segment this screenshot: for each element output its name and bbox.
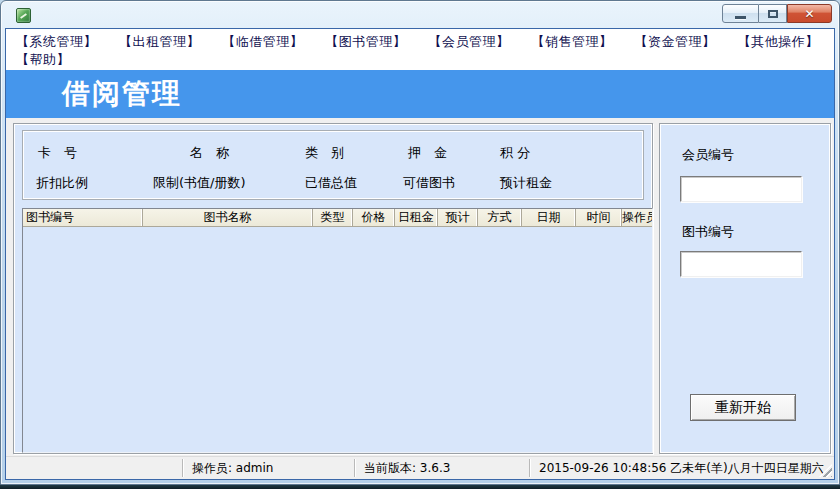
label-limit: 限制(书值/册数) <box>153 174 246 192</box>
col-type[interactable]: 类型 <box>313 209 353 226</box>
caption-buttons: ✕ <box>722 4 832 23</box>
close-icon: ✕ <box>804 7 814 21</box>
green-book-icon <box>16 8 31 23</box>
col-method[interactable]: 方式 <box>478 209 522 226</box>
menu-books[interactable]: 【图书管理】 <box>325 33 406 51</box>
borrow-panel: 卡 号 名 称 类 别 押 金 积 分 折扣比例 限制(书值/册数) 已借总值 … <box>13 123 653 454</box>
menu-temp-borrow[interactable]: 【临借管理】 <box>222 33 303 51</box>
member-id-label: 会员编号 <box>682 146 734 164</box>
col-book-name[interactable]: 图书名称 <box>143 209 313 226</box>
main-area: 卡 号 名 称 类 别 押 金 积 分 折扣比例 限制(书值/册数) 已借总值 … <box>6 118 834 456</box>
col-operator[interactable]: 操作员 <box>622 209 653 226</box>
table-header-row: 图书编号 图书名称 类型 价格 日租金 预计 方式 日期 时间 操作员 <box>23 209 652 227</box>
client-area: 【系统管理】 【出租管理】 【临借管理】 【图书管理】 【会员管理】 【销售管理… <box>5 28 835 480</box>
menu-members[interactable]: 【会员管理】 <box>428 33 509 51</box>
menu-rental[interactable]: 【出租管理】 <box>119 33 200 51</box>
minimize-button[interactable] <box>722 4 759 23</box>
col-time[interactable]: 时间 <box>576 209 622 226</box>
col-daily-rent[interactable]: 日租金 <box>395 209 438 226</box>
borrow-table: 图书编号 图书名称 类型 价格 日租金 预计 方式 日期 时间 操作员 <box>22 208 653 453</box>
status-bar: 操作员: admin 当前版本: 3.6.3 2015-09-26 10:48:… <box>6 456 834 479</box>
maximize-icon <box>768 10 778 18</box>
menu-row-2: 【帮助】 <box>16 50 824 68</box>
status-datetime: 2015-09-26 10:48:56 乙未年(羊)八月十四日星期六 <box>531 457 834 479</box>
col-estimate[interactable]: 预计 <box>438 209 478 226</box>
menu-sales[interactable]: 【销售管理】 <box>531 33 612 51</box>
status-panel-empty <box>6 457 182 479</box>
app-window: ✕ 【系统管理】 【出租管理】 【临借管理】 【图书管理】 【会员管理】 【销售… <box>0 0 840 485</box>
label-name: 名 称 <box>190 144 229 162</box>
label-card-number: 卡 号 <box>38 144 77 162</box>
input-panel: 会员编号 图书编号 重新开始 <box>659 123 831 454</box>
menu-row-1: 【系统管理】 【出租管理】 【临借管理】 【图书管理】 【会员管理】 【销售管理… <box>16 32 824 50</box>
menu-bar: 【系统管理】 【出租管理】 【临借管理】 【图书管理】 【会员管理】 【销售管理… <box>6 29 834 70</box>
maximize-button[interactable] <box>759 4 787 23</box>
member-id-input[interactable] <box>680 176 802 202</box>
menu-other[interactable]: 【其他操作】 <box>738 33 819 51</box>
status-operator: 操作员: admin <box>184 457 354 479</box>
book-id-input[interactable] <box>680 251 802 277</box>
restart-button[interactable]: 重新开始 <box>690 394 796 421</box>
col-price[interactable]: 价格 <box>353 209 395 226</box>
label-discount-ratio: 折扣比例 <box>36 174 88 192</box>
col-date[interactable]: 日期 <box>522 209 576 226</box>
menu-system[interactable]: 【系统管理】 <box>16 33 97 51</box>
member-info-box: 卡 号 名 称 类 别 押 金 积 分 折扣比例 限制(书值/册数) 已借总值 … <box>22 130 644 200</box>
col-book-id[interactable]: 图书编号 <box>23 209 143 226</box>
minimize-icon <box>735 16 746 19</box>
title-bar[interactable]: ✕ <box>1 1 839 28</box>
label-borrowable-books: 可借图书 <box>403 174 455 192</box>
status-version: 当前版本: 3.6.3 <box>356 457 529 479</box>
label-estimated-rent: 预计租金 <box>500 174 552 192</box>
close-button[interactable]: ✕ <box>787 4 832 23</box>
page-banner: 借阅管理 <box>6 70 834 118</box>
label-points: 积 分 <box>500 144 530 162</box>
book-id-label: 图书编号 <box>682 223 734 241</box>
menu-help[interactable]: 【帮助】 <box>16 51 70 69</box>
label-borrowed-total: 已借总值 <box>305 174 357 192</box>
menu-funds[interactable]: 【资金管理】 <box>635 33 716 51</box>
page-title: 借阅管理 <box>62 75 182 113</box>
label-category: 类 别 <box>305 144 344 162</box>
table-body-empty[interactable] <box>23 227 652 453</box>
label-deposit: 押 金 <box>408 144 447 162</box>
